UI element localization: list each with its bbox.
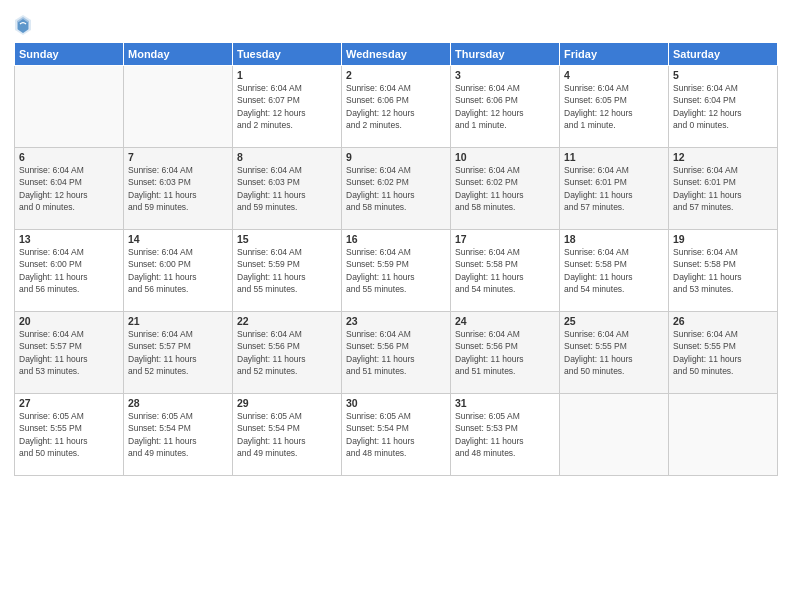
calendar-cell: 25Sunrise: 6:04 AM Sunset: 5:55 PM Dayli… <box>560 312 669 394</box>
calendar-cell: 4Sunrise: 6:04 AM Sunset: 6:05 PM Daylig… <box>560 66 669 148</box>
calendar-cell: 24Sunrise: 6:04 AM Sunset: 5:56 PM Dayli… <box>451 312 560 394</box>
weekday-header-row: SundayMondayTuesdayWednesdayThursdayFrid… <box>15 43 778 66</box>
weekday-header-tuesday: Tuesday <box>233 43 342 66</box>
calendar-cell: 16Sunrise: 6:04 AM Sunset: 5:59 PM Dayli… <box>342 230 451 312</box>
day-number: 17 <box>455 233 555 245</box>
calendar-cell: 30Sunrise: 6:05 AM Sunset: 5:54 PM Dayli… <box>342 394 451 476</box>
weekday-header-friday: Friday <box>560 43 669 66</box>
day-info: Sunrise: 6:04 AM Sunset: 6:03 PM Dayligh… <box>128 164 228 213</box>
day-info: Sunrise: 6:04 AM Sunset: 6:01 PM Dayligh… <box>564 164 664 213</box>
day-number: 1 <box>237 69 337 81</box>
header <box>14 10 778 36</box>
calendar-cell: 20Sunrise: 6:04 AM Sunset: 5:57 PM Dayli… <box>15 312 124 394</box>
calendar-cell: 31Sunrise: 6:05 AM Sunset: 5:53 PM Dayli… <box>451 394 560 476</box>
calendar-cell: 11Sunrise: 6:04 AM Sunset: 6:01 PM Dayli… <box>560 148 669 230</box>
calendar-cell: 15Sunrise: 6:04 AM Sunset: 5:59 PM Dayli… <box>233 230 342 312</box>
day-number: 4 <box>564 69 664 81</box>
day-number: 13 <box>19 233 119 245</box>
day-info: Sunrise: 6:04 AM Sunset: 6:03 PM Dayligh… <box>237 164 337 213</box>
day-info: Sunrise: 6:04 AM Sunset: 5:55 PM Dayligh… <box>673 328 773 377</box>
day-number: 14 <box>128 233 228 245</box>
calendar-cell: 18Sunrise: 6:04 AM Sunset: 5:58 PM Dayli… <box>560 230 669 312</box>
day-info: Sunrise: 6:05 AM Sunset: 5:55 PM Dayligh… <box>19 410 119 459</box>
day-number: 6 <box>19 151 119 163</box>
day-number: 25 <box>564 315 664 327</box>
calendar-cell: 3Sunrise: 6:04 AM Sunset: 6:06 PM Daylig… <box>451 66 560 148</box>
calendar-week-row: 6Sunrise: 6:04 AM Sunset: 6:04 PM Daylig… <box>15 148 778 230</box>
day-info: Sunrise: 6:04 AM Sunset: 6:02 PM Dayligh… <box>455 164 555 213</box>
calendar-week-row: 20Sunrise: 6:04 AM Sunset: 5:57 PM Dayli… <box>15 312 778 394</box>
day-info: Sunrise: 6:04 AM Sunset: 6:01 PM Dayligh… <box>673 164 773 213</box>
day-number: 5 <box>673 69 773 81</box>
calendar-cell: 21Sunrise: 6:04 AM Sunset: 5:57 PM Dayli… <box>124 312 233 394</box>
day-number: 26 <box>673 315 773 327</box>
day-number: 27 <box>19 397 119 409</box>
day-number: 11 <box>564 151 664 163</box>
calendar-cell: 10Sunrise: 6:04 AM Sunset: 6:02 PM Dayli… <box>451 148 560 230</box>
calendar-cell: 13Sunrise: 6:04 AM Sunset: 6:00 PM Dayli… <box>15 230 124 312</box>
calendar-week-row: 1Sunrise: 6:04 AM Sunset: 6:07 PM Daylig… <box>15 66 778 148</box>
calendar-cell <box>560 394 669 476</box>
calendar-week-row: 13Sunrise: 6:04 AM Sunset: 6:00 PM Dayli… <box>15 230 778 312</box>
day-info: Sunrise: 6:04 AM Sunset: 5:58 PM Dayligh… <box>673 246 773 295</box>
day-number: 30 <box>346 397 446 409</box>
day-info: Sunrise: 6:04 AM Sunset: 6:00 PM Dayligh… <box>128 246 228 295</box>
day-info: Sunrise: 6:04 AM Sunset: 6:07 PM Dayligh… <box>237 82 337 131</box>
day-info: Sunrise: 6:05 AM Sunset: 5:54 PM Dayligh… <box>346 410 446 459</box>
calendar-cell <box>15 66 124 148</box>
day-info: Sunrise: 6:04 AM Sunset: 5:57 PM Dayligh… <box>128 328 228 377</box>
calendar-cell: 26Sunrise: 6:04 AM Sunset: 5:55 PM Dayli… <box>669 312 778 394</box>
day-info: Sunrise: 6:04 AM Sunset: 5:55 PM Dayligh… <box>564 328 664 377</box>
calendar-cell: 12Sunrise: 6:04 AM Sunset: 6:01 PM Dayli… <box>669 148 778 230</box>
logo <box>14 14 35 36</box>
day-number: 28 <box>128 397 228 409</box>
calendar-cell: 27Sunrise: 6:05 AM Sunset: 5:55 PM Dayli… <box>15 394 124 476</box>
day-number: 7 <box>128 151 228 163</box>
day-info: Sunrise: 6:04 AM Sunset: 6:06 PM Dayligh… <box>455 82 555 131</box>
calendar-cell: 8Sunrise: 6:04 AM Sunset: 6:03 PM Daylig… <box>233 148 342 230</box>
day-info: Sunrise: 6:04 AM Sunset: 5:56 PM Dayligh… <box>237 328 337 377</box>
calendar-cell: 23Sunrise: 6:04 AM Sunset: 5:56 PM Dayli… <box>342 312 451 394</box>
day-info: Sunrise: 6:05 AM Sunset: 5:53 PM Dayligh… <box>455 410 555 459</box>
calendar-cell: 1Sunrise: 6:04 AM Sunset: 6:07 PM Daylig… <box>233 66 342 148</box>
day-info: Sunrise: 6:04 AM Sunset: 5:56 PM Dayligh… <box>455 328 555 377</box>
weekday-header-thursday: Thursday <box>451 43 560 66</box>
day-number: 15 <box>237 233 337 245</box>
day-info: Sunrise: 6:04 AM Sunset: 5:58 PM Dayligh… <box>455 246 555 295</box>
calendar-cell: 28Sunrise: 6:05 AM Sunset: 5:54 PM Dayli… <box>124 394 233 476</box>
calendar-cell: 7Sunrise: 6:04 AM Sunset: 6:03 PM Daylig… <box>124 148 233 230</box>
day-info: Sunrise: 6:04 AM Sunset: 5:57 PM Dayligh… <box>19 328 119 377</box>
day-number: 20 <box>19 315 119 327</box>
calendar-table: SundayMondayTuesdayWednesdayThursdayFrid… <box>14 42 778 476</box>
day-info: Sunrise: 6:04 AM Sunset: 6:00 PM Dayligh… <box>19 246 119 295</box>
day-number: 21 <box>128 315 228 327</box>
day-number: 8 <box>237 151 337 163</box>
day-number: 23 <box>346 315 446 327</box>
day-info: Sunrise: 6:04 AM Sunset: 6:04 PM Dayligh… <box>673 82 773 131</box>
day-number: 22 <box>237 315 337 327</box>
calendar-cell: 14Sunrise: 6:04 AM Sunset: 6:00 PM Dayli… <box>124 230 233 312</box>
day-number: 29 <box>237 397 337 409</box>
calendar-cell <box>669 394 778 476</box>
calendar-cell <box>124 66 233 148</box>
day-number: 12 <box>673 151 773 163</box>
day-info: Sunrise: 6:04 AM Sunset: 6:05 PM Dayligh… <box>564 82 664 131</box>
calendar-week-row: 27Sunrise: 6:05 AM Sunset: 5:55 PM Dayli… <box>15 394 778 476</box>
calendar-cell: 2Sunrise: 6:04 AM Sunset: 6:06 PM Daylig… <box>342 66 451 148</box>
day-info: Sunrise: 6:04 AM Sunset: 5:59 PM Dayligh… <box>237 246 337 295</box>
page-container: SundayMondayTuesdayWednesdayThursdayFrid… <box>0 0 792 612</box>
day-info: Sunrise: 6:04 AM Sunset: 5:56 PM Dayligh… <box>346 328 446 377</box>
day-info: Sunrise: 6:05 AM Sunset: 5:54 PM Dayligh… <box>128 410 228 459</box>
day-number: 2 <box>346 69 446 81</box>
day-number: 24 <box>455 315 555 327</box>
day-info: Sunrise: 6:04 AM Sunset: 6:06 PM Dayligh… <box>346 82 446 131</box>
day-number: 3 <box>455 69 555 81</box>
day-number: 10 <box>455 151 555 163</box>
weekday-header-wednesday: Wednesday <box>342 43 451 66</box>
day-number: 31 <box>455 397 555 409</box>
calendar-cell: 29Sunrise: 6:05 AM Sunset: 5:54 PM Dayli… <box>233 394 342 476</box>
calendar-cell: 17Sunrise: 6:04 AM Sunset: 5:58 PM Dayli… <box>451 230 560 312</box>
weekday-header-monday: Monday <box>124 43 233 66</box>
day-info: Sunrise: 6:05 AM Sunset: 5:54 PM Dayligh… <box>237 410 337 459</box>
day-info: Sunrise: 6:04 AM Sunset: 5:58 PM Dayligh… <box>564 246 664 295</box>
